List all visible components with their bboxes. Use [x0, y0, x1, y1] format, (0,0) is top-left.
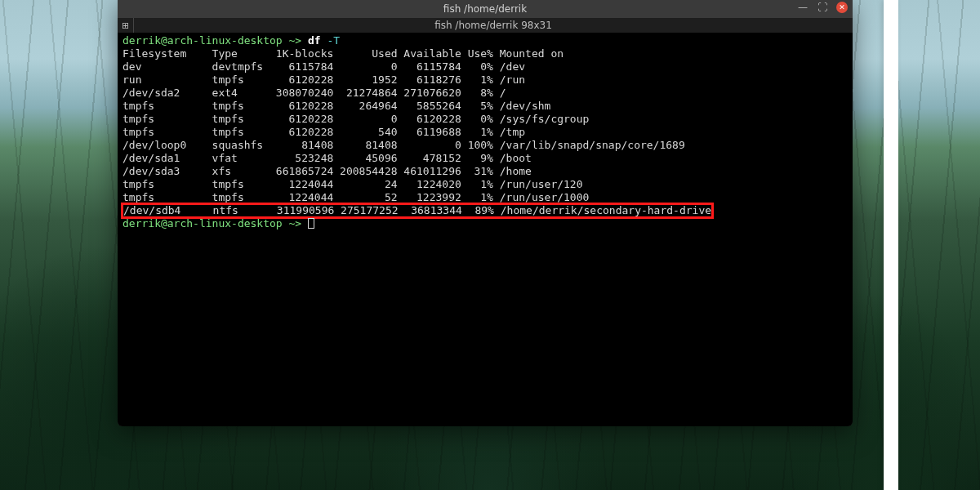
df-row-highlighted: /dev/sdb4 ntfs 311990596 275177252 36813…	[122, 204, 848, 217]
prompt-user-host: derrik@arch-linux-desktop	[122, 34, 283, 47]
df-row: tmpfs tmpfs 6120228 264964 5855264 5% /d…	[122, 100, 848, 113]
terminal-window: fish /home/derrik — ⛶ ✕ ⊞ fish /home/der…	[118, 0, 853, 426]
df-row: /dev/sda3 xfs 661865724 200854428 461011…	[122, 165, 848, 178]
df-row: /dev/sda1 vfat 523248 45096 478152 9% /b…	[122, 152, 848, 165]
window-controls: — ⛶ ✕	[797, 2, 848, 13]
page-edge	[884, 0, 898, 490]
prompt-user-host: derrik@arch-linux-desktop	[122, 217, 283, 229]
cursor-icon	[308, 218, 314, 229]
prompt-separator: ~>	[283, 34, 308, 47]
df-row: dev devtmpfs 6115784 0 6115784 0% /dev	[122, 60, 848, 74]
df-header: Filesystem Type 1K-blocks Used Available…	[122, 47, 848, 60]
command-flag: -T	[327, 34, 340, 47]
new-tab-icon[interactable]: ⊞	[118, 18, 134, 33]
df-row: run tmpfs 6120228 1952 6118276 1% /run	[122, 74, 848, 87]
df-row: tmpfs tmpfs 1224044 52 1223992 1% /run/u…	[122, 191, 848, 204]
window-title: fish /home/derrik	[443, 3, 527, 15]
prompt-line-idle: derrik@arch-linux-desktop ~>	[122, 217, 848, 230]
minimize-button[interactable]: —	[797, 2, 808, 13]
df-row: /dev/loop0 squashfs 81408 81408 0 100% /…	[122, 139, 848, 152]
close-button[interactable]: ✕	[836, 2, 848, 13]
prompt-separator: ~>	[283, 217, 308, 229]
terminal-output[interactable]: derrik@arch-linux-desktop ~> df -TFilesy…	[118, 33, 853, 426]
command-text: df	[308, 34, 321, 47]
terminal-tabbar: ⊞ fish /home/derrik 98x31	[118, 18, 853, 33]
terminal-tab-title[interactable]: fish /home/derrik 98x31	[134, 20, 853, 31]
df-row: tmpfs tmpfs 6120228 0 6120228 0% /sys/fs…	[122, 113, 848, 126]
df-row: tmpfs tmpfs 6120228 540 6119688 1% /tmp	[122, 126, 848, 139]
prompt-line: derrik@arch-linux-desktop ~> df -T	[122, 34, 848, 47]
df-row: /dev/sda2 ext4 308070240 21274864 271076…	[122, 87, 848, 100]
df-row: tmpfs tmpfs 1224044 24 1224020 1% /run/u…	[122, 178, 848, 191]
window-titlebar[interactable]: fish /home/derrik — ⛶ ✕	[118, 0, 853, 18]
maximize-button[interactable]: ⛶	[817, 2, 828, 13]
